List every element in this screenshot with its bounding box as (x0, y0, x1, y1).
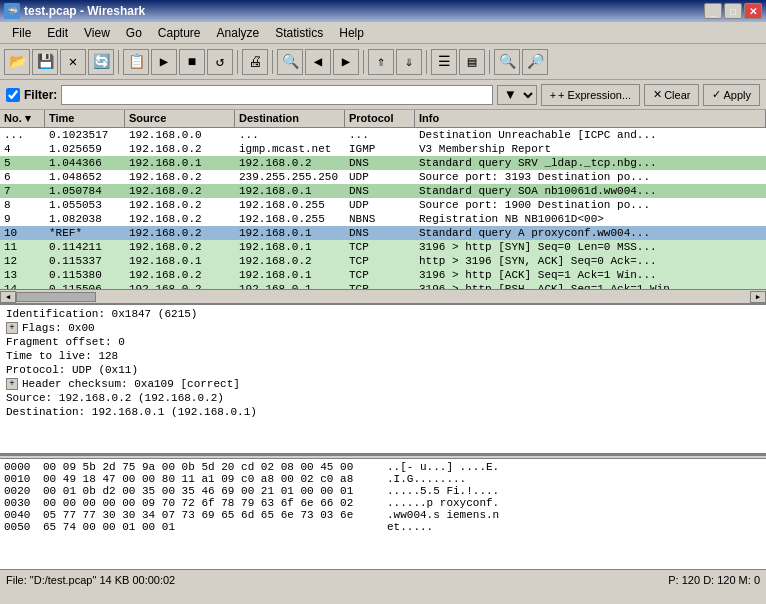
cell-no: 8 (0, 198, 45, 212)
cell-no: 5 (0, 156, 45, 170)
menu-go[interactable]: Go (118, 24, 150, 42)
filter-dropdown[interactable]: ▼ (497, 85, 537, 105)
find-button[interactable]: 🔍 (277, 49, 303, 75)
filter-input[interactable] (61, 85, 492, 105)
table-row[interactable]: 10 *REF* 192.168.0.2 192.168.0.1 DNS Sta… (0, 226, 766, 240)
table-row[interactable]: 11 0.114211 192.168.0.2 192.168.0.1 TCP … (0, 240, 766, 254)
capture-start-button[interactable]: ▶ (151, 49, 177, 75)
detail-line: Time to live: 128 (2, 349, 764, 363)
menu-statistics[interactable]: Statistics (267, 24, 331, 42)
maximize-button[interactable]: □ (724, 3, 742, 19)
hex-ascii: .ww004.s iemens.n (387, 509, 499, 521)
cell-time: 0.1023517 (45, 128, 125, 142)
menu-analyze[interactable]: Analyze (209, 24, 268, 42)
minimize-button[interactable]: _ (704, 3, 722, 19)
cell-time: 0.114211 (45, 240, 125, 254)
col-header-source[interactable]: Source (125, 110, 235, 127)
table-row[interactable]: ... 0.1023517 192.168.0.0 ... ... Destin… (0, 128, 766, 142)
close-button[interactable]: ✕ (744, 3, 762, 19)
plus-icon: + (550, 89, 556, 101)
print-button[interactable]: 🖨 (242, 49, 268, 75)
save-button[interactable]: 💾 (32, 49, 58, 75)
apply-button[interactable]: ✓ Apply (703, 84, 760, 106)
prev-button[interactable]: ◀ (305, 49, 331, 75)
cell-time: 1.055053 (45, 198, 125, 212)
expand-icon[interactable]: + (6, 378, 18, 390)
clear-button[interactable]: ✕ Clear (644, 84, 699, 106)
detail-line[interactable]: + Header checksum: 0xa109 [correct] (2, 377, 764, 391)
jump-first-button[interactable]: ⇑ (368, 49, 394, 75)
title-bar: 🦈 test.pcap - Wireshark _ □ ✕ (0, 0, 766, 22)
filter-checkbox[interactable] (6, 88, 20, 102)
cell-no: ... (0, 128, 45, 142)
hex-offset: 0050 (4, 521, 39, 533)
table-row[interactable]: 8 1.055053 192.168.0.2 192.168.0.255 UDP… (0, 198, 766, 212)
cell-proto: TCP (345, 240, 415, 254)
cell-time: 1.025659 (45, 142, 125, 156)
toolbar-sep-4 (363, 50, 364, 74)
col-header-proto[interactable]: Protocol (345, 110, 415, 127)
status-packet-info: P: 120 D: 120 M: 0 (668, 574, 760, 586)
cell-info: Standard query SOA nb10061d.ww004... (415, 184, 766, 198)
detail-pane: Identification: 0x1847 (6215) + Flags: 0… (0, 305, 766, 455)
detail-text: Source: 192.168.0.2 (192.168.0.2) (6, 392, 224, 404)
cell-dest: 192.168.0.1 (235, 184, 345, 198)
menu-edit[interactable]: Edit (39, 24, 76, 42)
cell-source: 192.168.0.2 (125, 170, 235, 184)
zoom-in-button[interactable]: 🔍 (494, 49, 520, 75)
detail-line[interactable]: + Flags: 0x00 (2, 321, 764, 335)
colorize-button[interactable]: ☰ (431, 49, 457, 75)
hex-bytes: 65 74 00 00 01 00 01 (43, 521, 383, 533)
menu-view[interactable]: View (76, 24, 118, 42)
table-row[interactable]: 4 1.025659 192.168.0.2 igmp.mcast.net IG… (0, 142, 766, 156)
cell-proto: TCP (345, 268, 415, 282)
filter-bar: Filter: ▼ + + Expression... ✕ Clear ✓ Ap… (0, 80, 766, 110)
table-row[interactable]: 5 1.044366 192.168.0.1 192.168.0.2 DNS S… (0, 156, 766, 170)
reload-button[interactable]: 🔄 (88, 49, 114, 75)
menu-file[interactable]: File (4, 24, 39, 42)
expression-button[interactable]: + + Expression... (541, 84, 641, 106)
menu-help[interactable]: Help (331, 24, 372, 42)
hex-offset: 0030 (4, 497, 39, 509)
hex-ascii: et..... (387, 521, 433, 533)
col-header-info[interactable]: Info (415, 110, 766, 127)
scroll-right-btn[interactable]: ▸ (750, 291, 766, 303)
detail-line: Destination: 192.168.0.1 (192.168.0.1) (2, 405, 764, 419)
cell-no: 9 (0, 212, 45, 226)
cell-info: Source port: 3193 Destination po... (415, 170, 766, 184)
cell-proto: DNS (345, 226, 415, 240)
detail-line: Identification: 0x1847 (6215) (2, 307, 764, 321)
scrollbar-thumb[interactable] (16, 292, 96, 302)
col-header-time[interactable]: Time (45, 110, 125, 127)
open-button[interactable]: 📂 (4, 49, 30, 75)
toolbar: 📂 💾 ✕ 🔄 📋 ▶ ■ ↺ 🖨 🔍 ◀ ▶ ⇑ ⇓ ☰ ▤ 🔍 🔎 (0, 44, 766, 80)
cell-dest: ... (235, 128, 345, 142)
table-row[interactable]: 13 0.115380 192.168.0.2 192.168.0.1 TCP … (0, 268, 766, 282)
cell-no: 6 (0, 170, 45, 184)
expand-icon[interactable]: + (6, 322, 18, 334)
jump-last-button[interactable]: ⇓ (396, 49, 422, 75)
view-button[interactable]: ▤ (459, 49, 485, 75)
table-row[interactable]: 12 0.115337 192.168.0.1 192.168.0.2 TCP … (0, 254, 766, 268)
scroll-left-btn[interactable]: ◂ (0, 291, 16, 303)
cell-no: 13 (0, 268, 45, 282)
packet-list-scrollbar[interactable]: ◂ ▸ (0, 289, 766, 303)
packet-rows[interactable]: ... 0.1023517 192.168.0.0 ... ... Destin… (0, 128, 766, 289)
table-row[interactable]: 7 1.050784 192.168.0.2 192.168.0.1 DNS S… (0, 184, 766, 198)
cell-proto: DNS (345, 184, 415, 198)
col-header-dest[interactable]: Destination (235, 110, 345, 127)
table-row[interactable]: 14 0.115506 192.168.0.2 192.168.0.1 TCP … (0, 282, 766, 289)
capture-restart-button[interactable]: ↺ (207, 49, 233, 75)
status-bar: File: "D:/test.pcap" 14 KB 00:00:02 P: 1… (0, 569, 766, 589)
table-row[interactable]: 6 1.048652 192.168.0.2 239.255.255.250 U… (0, 170, 766, 184)
zoom-out-button[interactable]: 🔎 (522, 49, 548, 75)
col-header-no[interactable]: No. ▾ (0, 110, 45, 127)
window-title: test.pcap - Wireshark (24, 4, 145, 18)
capture-stop-button[interactable]: ■ (179, 49, 205, 75)
table-row[interactable]: 9 1.082038 192.168.0.2 192.168.0.255 NBN… (0, 212, 766, 226)
close-file-button[interactable]: ✕ (60, 49, 86, 75)
next-button[interactable]: ▶ (333, 49, 359, 75)
capture-options-button[interactable]: 📋 (123, 49, 149, 75)
cell-dest: igmp.mcast.net (235, 142, 345, 156)
menu-capture[interactable]: Capture (150, 24, 209, 42)
